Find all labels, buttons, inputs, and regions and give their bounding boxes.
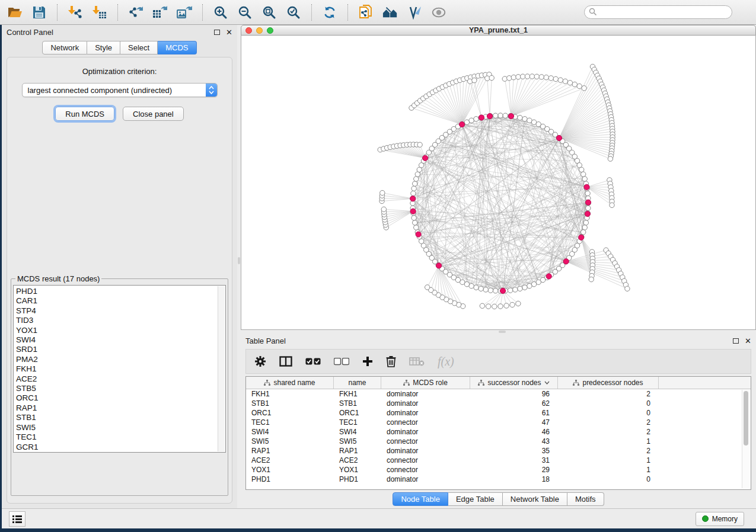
splitter-grip[interactable] [499,331,506,333]
list-item[interactable]: CAR1 [16,296,225,306]
list-scrollbar[interactable] [218,286,225,451]
graph-node[interactable] [414,177,419,181]
graph-node[interactable] [380,190,385,195]
graph-node[interactable] [479,286,483,291]
list-item[interactable]: PMA2 [16,355,225,364]
graph-node[interactable] [511,75,516,79]
graph-node[interactable] [589,277,594,281]
list-item[interactable]: ACE2 [16,374,225,384]
graph-node[interactable] [464,120,469,124]
table-row[interactable]: YOX1YOX1connector291 [246,465,751,475]
list-item[interactable]: STP4 [16,306,225,316]
graph-node[interactable] [518,286,522,291]
new-network-from-selection-icon[interactable] [358,5,374,20]
graph-node[interactable] [534,74,539,79]
graph-node[interactable] [521,74,525,79]
list-item[interactable]: GCR1 [16,443,225,452]
tab-network[interactable]: Network [42,41,87,55]
tab-motifs[interactable]: Motifs [567,492,604,506]
graph-node[interactable] [492,304,497,309]
close-panel-button[interactable]: Close panel [123,107,184,121]
run-mcds-button[interactable]: Run MCDS [55,107,114,121]
graph-node[interactable] [412,186,416,191]
export-image-icon[interactable] [177,5,192,20]
graph-node[interactable] [583,220,588,225]
tab-node-table[interactable]: Node Table [393,492,448,506]
graph-node[interactable] [381,207,386,211]
export-table-icon[interactable] [152,5,168,20]
zoom-fit-icon[interactable] [261,5,277,20]
dominator-node[interactable] [585,211,590,216]
table-row[interactable]: ACE2ACE2connector311 [246,456,751,465]
graph-node[interactable] [472,78,477,82]
graph-node[interactable] [563,79,567,84]
delete-table-icon[interactable] [409,357,425,366]
table-row[interactable]: STB1STB1dominator620 [246,399,751,408]
float-panel-icon[interactable] [214,30,220,35]
column-header-shared-name[interactable]: shared name [246,377,334,389]
graph-node[interactable] [411,191,416,196]
network-window-titlebar[interactable]: YPA_prune.txt_1 [241,25,756,36]
graph-node[interactable] [488,288,493,293]
graph-node[interactable] [503,113,508,118]
graph-node[interactable] [516,75,521,79]
graph-node[interactable] [553,76,558,81]
graph-node[interactable] [531,282,536,287]
close-panel-icon[interactable]: ✕ [745,337,751,345]
dominator-node[interactable] [546,274,551,279]
list-item[interactable]: SWI5 [16,423,225,432]
list-item[interactable]: SRD1 [16,345,225,354]
graph-node[interactable] [518,116,522,120]
list-item[interactable]: ORC1 [16,393,225,403]
zoom-out-icon[interactable] [237,5,253,20]
horizontal-splitter[interactable] [241,330,756,334]
graph-node[interactable] [493,113,498,118]
table-row[interactable]: PHD1PHD1dominator180 [246,475,751,484]
graph-node[interactable] [474,285,479,290]
add-column-icon[interactable] [362,356,373,367]
list-item[interactable]: FKH1 [16,364,225,374]
scrollbar-thumb[interactable] [744,391,748,446]
float-panel-icon[interactable] [733,338,739,344]
memory-button[interactable]: Memory [696,512,744,526]
graph-node[interactable] [539,75,544,79]
dominator-node[interactable] [585,200,591,205]
dominator-node[interactable] [500,288,506,293]
dominator-node[interactable] [584,184,589,190]
dominator-node[interactable] [460,121,465,127]
graph-node[interactable] [483,287,488,292]
graph-node[interactable] [486,304,490,309]
column-header-predecessor-nodes[interactable]: predecessor nodes [558,377,659,389]
graph-node[interactable] [525,74,529,79]
dominator-node[interactable] [410,209,416,214]
graph-node[interactable] [493,289,498,293]
tab-style[interactable]: Style [87,41,120,55]
graph-node[interactable] [498,113,503,118]
table-row[interactable]: SWI4SWI4dominator462 [246,427,751,437]
graph-node[interactable] [516,301,521,306]
graph-node[interactable] [469,118,474,123]
dominator-node[interactable] [479,115,484,120]
tab-edge-table[interactable]: Edge Table [448,492,503,506]
table-row[interactable]: ORC1ORC1dominator610 [246,408,751,418]
graph-node[interactable] [581,172,586,177]
graph-node[interactable] [577,84,582,88]
network-graph[interactable] [241,36,755,329]
gear-icon[interactable] [254,355,266,367]
zoom-selected-icon[interactable] [286,5,301,20]
list-item[interactable]: PHD1 [16,287,225,296]
hide-annotations-icon[interactable] [431,5,446,20]
graph-node[interactable] [489,75,494,80]
list-item[interactable]: RAP1 [16,403,225,413]
graph-node[interactable] [610,203,614,207]
list-item[interactable]: TEC1 [16,432,225,442]
select-all-icon[interactable] [305,358,321,366]
graph-node[interactable] [507,76,512,81]
network-canvas[interactable] [241,36,756,330]
graph-node[interactable] [582,177,587,181]
graph-node[interactable] [581,230,586,235]
open-session-icon[interactable] [7,5,23,20]
import-table-icon[interactable] [92,5,107,20]
table-row[interactable]: FKH1FKH1dominator962 [246,389,751,399]
graph-node[interactable] [625,286,630,291]
